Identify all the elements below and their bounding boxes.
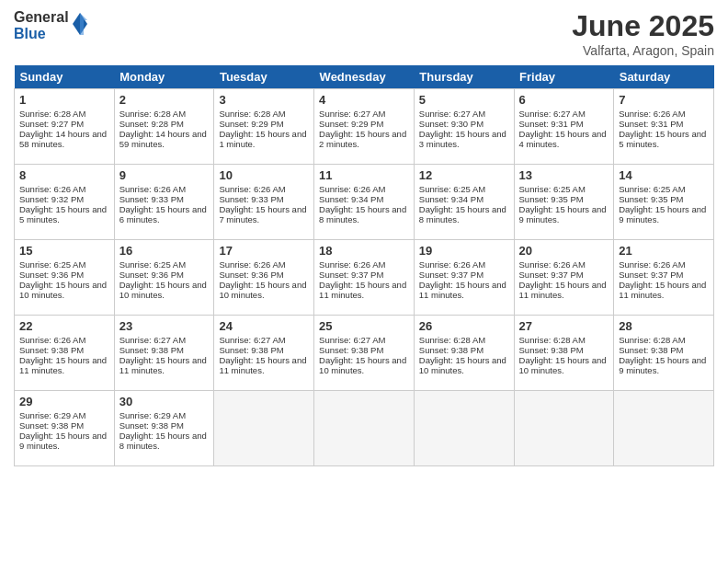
day-number: 21: [619, 244, 709, 258]
day-cell: 30 Sunrise: 6:29 AMSunset: 9:38 PMDaylig…: [114, 391, 214, 466]
table-row: 1 Sunrise: 6:28 AMSunset: 9:27 PMDayligh…: [15, 89, 714, 165]
empty-cell: [414, 391, 514, 466]
day-cell: 12 Sunrise: 6:25 AMSunset: 9:34 PMDaylig…: [414, 165, 514, 240]
day-number: 27: [519, 319, 609, 333]
day-cell: 27 Sunrise: 6:28 AMSunset: 9:38 PMDaylig…: [514, 316, 614, 391]
calendar-table: Sunday Monday Tuesday Wednesday Thursday…: [14, 65, 714, 466]
header: General Blue June 2025 Valfarta, Aragon,…: [14, 9, 714, 58]
day-cell: 11 Sunrise: 6:26 AMSunset: 9:34 PMDaylig…: [314, 165, 415, 240]
day-number: 1: [19, 93, 109, 107]
day-cell: 16 Sunrise: 6:25 AMSunset: 9:36 PMDaylig…: [114, 240, 214, 316]
logo-blue: Blue: [14, 26, 69, 42]
day-cell: 1 Sunrise: 6:28 AMSunset: 9:27 PMDayligh…: [15, 89, 115, 165]
day-cell: 26 Sunrise: 6:28 AMSunset: 9:38 PMDaylig…: [414, 316, 514, 391]
day-number: 11: [319, 168, 409, 182]
day-cell: 5 Sunrise: 6:27 AMSunset: 9:30 PMDayligh…: [414, 89, 514, 165]
empty-cell: [614, 391, 714, 466]
day-number: 26: [419, 319, 509, 333]
logo-text: General Blue: [14, 9, 69, 41]
day-cell: 8 Sunrise: 6:26 AMSunset: 9:32 PMDayligh…: [15, 165, 115, 240]
day-number: 3: [219, 93, 309, 107]
day-number: 29: [19, 395, 109, 408]
day-number: 8: [19, 168, 109, 182]
day-cell: 2 Sunrise: 6:28 AMSunset: 9:28 PMDayligh…: [114, 89, 214, 165]
day-cell: 18 Sunrise: 6:26 AMSunset: 9:37 PMDaylig…: [314, 240, 415, 316]
day-cell: 28 Sunrise: 6:28 AMSunset: 9:38 PMDaylig…: [614, 316, 714, 391]
col-monday: Monday: [114, 65, 214, 89]
day-cell: 17 Sunrise: 6:26 AMSunset: 9:36 PMDaylig…: [214, 240, 314, 316]
table-row: 8 Sunrise: 6:26 AMSunset: 9:32 PMDayligh…: [15, 165, 714, 240]
header-row: Sunday Monday Tuesday Wednesday Thursday…: [15, 65, 714, 89]
location: Valfarta, Aragon, Spain: [572, 43, 714, 58]
day-cell: 23 Sunrise: 6:27 AMSunset: 9:38 PMDaylig…: [114, 316, 214, 391]
day-cell: 4 Sunrise: 6:27 AMSunset: 9:29 PMDayligh…: [314, 89, 415, 165]
col-friday: Friday: [514, 65, 614, 89]
col-wednesday: Wednesday: [314, 65, 415, 89]
day-number: 23: [119, 319, 210, 333]
day-cell: 24 Sunrise: 6:27 AMSunset: 9:38 PMDaylig…: [214, 316, 314, 391]
day-number: 19: [419, 244, 509, 258]
day-cell: 10 Sunrise: 6:26 AMSunset: 9:33 PMDaylig…: [214, 165, 314, 240]
day-number: 18: [319, 244, 409, 258]
day-cell: 21 Sunrise: 6:26 AMSunset: 9:37 PMDaylig…: [614, 240, 714, 316]
day-number: 6: [519, 93, 609, 107]
day-cell: 9 Sunrise: 6:26 AMSunset: 9:33 PMDayligh…: [114, 165, 214, 240]
month-title: June 2025: [572, 9, 714, 43]
day-cell: 22 Sunrise: 6:26 AMSunset: 9:38 PMDaylig…: [15, 316, 115, 391]
day-number: 17: [219, 244, 309, 258]
day-cell: 20 Sunrise: 6:26 AMSunset: 9:37 PMDaylig…: [514, 240, 614, 316]
table-row: 15 Sunrise: 6:25 AMSunset: 9:36 PMDaylig…: [15, 240, 714, 316]
day-number: 16: [119, 244, 210, 258]
day-cell: 29 Sunrise: 6:29 AMSunset: 9:38 PMDaylig…: [15, 391, 115, 466]
col-sunday: Sunday: [15, 65, 115, 89]
empty-cell: [314, 391, 415, 466]
day-number: 20: [519, 244, 609, 258]
title-block: June 2025 Valfarta, Aragon, Spain: [572, 9, 714, 58]
day-cell: 25 Sunrise: 6:27 AMSunset: 9:38 PMDaylig…: [314, 316, 415, 391]
day-number: 30: [119, 395, 210, 408]
day-number: 2: [119, 93, 210, 107]
logo-icon: [71, 11, 89, 37]
logo: General Blue: [14, 9, 89, 41]
day-number: 13: [519, 168, 609, 182]
col-tuesday: Tuesday: [214, 65, 314, 89]
day-cell: 3 Sunrise: 6:28 AMSunset: 9:29 PMDayligh…: [214, 89, 314, 165]
day-cell: 7 Sunrise: 6:26 AMSunset: 9:31 PMDayligh…: [614, 89, 714, 165]
day-number: 5: [419, 93, 509, 107]
table-row: 29 Sunrise: 6:29 AMSunset: 9:38 PMDaylig…: [15, 391, 714, 466]
day-number: 7: [619, 93, 709, 107]
col-thursday: Thursday: [414, 65, 514, 89]
day-cell: 15 Sunrise: 6:25 AMSunset: 9:36 PMDaylig…: [15, 240, 115, 316]
empty-cell: [214, 391, 314, 466]
day-number: 22: [19, 319, 109, 333]
day-number: 24: [219, 319, 309, 333]
day-number: 10: [219, 168, 309, 182]
day-cell: 14 Sunrise: 6:25 AMSunset: 9:35 PMDaylig…: [614, 165, 714, 240]
day-number: 28: [619, 319, 709, 333]
page: General Blue June 2025 Valfarta, Aragon,…: [0, 0, 728, 563]
day-cell: 13 Sunrise: 6:25 AMSunset: 9:35 PMDaylig…: [514, 165, 614, 240]
day-number: 14: [619, 168, 709, 182]
day-cell: 19 Sunrise: 6:26 AMSunset: 9:37 PMDaylig…: [414, 240, 514, 316]
empty-cell: [514, 391, 614, 466]
day-number: 15: [19, 244, 109, 258]
col-saturday: Saturday: [614, 65, 714, 89]
day-cell: 6 Sunrise: 6:27 AMSunset: 9:31 PMDayligh…: [514, 89, 614, 165]
logo-general: General: [14, 9, 69, 26]
day-number: 12: [419, 168, 509, 182]
table-row: 22 Sunrise: 6:26 AMSunset: 9:38 PMDaylig…: [15, 316, 714, 391]
day-number: 25: [319, 319, 409, 333]
day-number: 4: [319, 93, 409, 107]
day-number: 9: [119, 168, 210, 182]
